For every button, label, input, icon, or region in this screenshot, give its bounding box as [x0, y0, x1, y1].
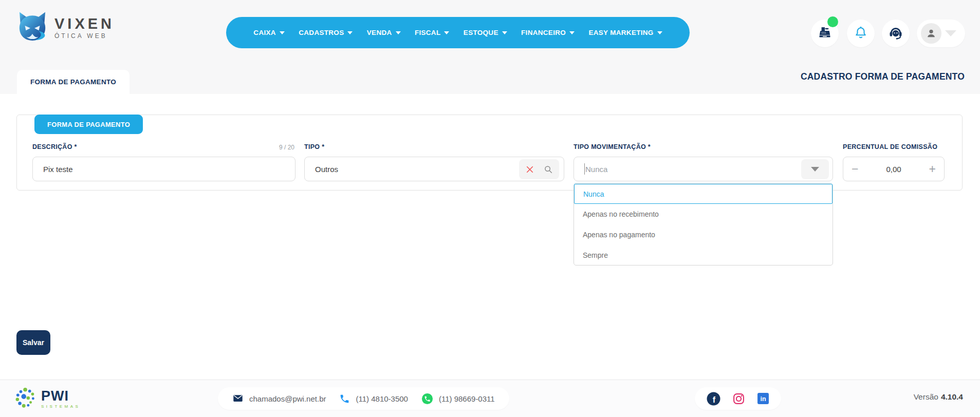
facebook-icon: f [707, 392, 720, 406]
chevron-down-icon [945, 30, 956, 36]
pwi-brand-name: PWI [41, 389, 80, 403]
svg-text:f: f [713, 395, 716, 404]
nav-item-cadastros[interactable]: CADASTROS [299, 29, 353, 36]
tab-forma-de-pagamento[interactable]: FORMA DE PAGAMENTO [17, 70, 130, 94]
tipo-movimentacao-label: TIPO MOVIMENTAÇÃO * [574, 143, 833, 150]
save-button[interactable]: Salvar [16, 330, 50, 355]
support-button[interactable] [882, 20, 910, 47]
nav-label: FINANCEIRO [521, 29, 566, 36]
field-tipo: TIPO * [304, 143, 564, 181]
chevron-down-icon [657, 31, 662, 34]
dropdown-option-nunca[interactable]: Nunca [574, 184, 833, 204]
pwi-logo: PWI SISTEMAS [15, 387, 80, 411]
descricao-input[interactable] [33, 165, 227, 174]
field-tipo-movimentacao: TIPO MOVIMENTAÇÃO * Nunca [574, 143, 833, 181]
header: VIXEN ÓTICA WEB CAIXA CADASTROS VENDA FI… [0, 0, 980, 94]
online-status-dot [827, 16, 838, 27]
tipo-tools [519, 159, 559, 179]
fox-icon [15, 11, 49, 44]
payment-form-card: FORMA DE PAGAMENTO DESCRIÇÃO * 9 / 20 TI… [16, 115, 963, 191]
email-link[interactable]: chamados@pwi.net.br [232, 393, 326, 404]
increment-button[interactable]: + [929, 163, 936, 175]
chevron-down-icon [569, 31, 575, 34]
phone-icon [339, 393, 350, 404]
nav-label: CADASTROS [299, 29, 344, 36]
phone-text: (11) 4810-3500 [356, 394, 408, 403]
social-bar: f in [695, 387, 781, 410]
nav-label: ESTOQUE [464, 29, 498, 36]
nav-item-fiscal[interactable]: FISCAL [415, 29, 450, 36]
cash-register-icon [818, 25, 832, 42]
chevron-down-icon [502, 31, 507, 34]
instagram-button[interactable] [732, 392, 745, 405]
brand-name: VIXEN [54, 16, 115, 31]
clear-button[interactable] [522, 162, 538, 177]
email-text: chamados@pwi.net.br [249, 394, 326, 403]
envelope-icon [232, 393, 244, 404]
vixen-logo: VIXEN ÓTICA WEB [15, 11, 115, 44]
avatar [921, 23, 941, 44]
decrement-button[interactable]: − [852, 163, 858, 175]
main-content: FORMA DE PAGAMENTO DESCRIÇÃO * 9 / 20 TI… [0, 94, 980, 380]
nav-label: EASY MARKETING [588, 29, 653, 36]
nav-item-financeiro[interactable]: FINANCEIRO [521, 29, 575, 36]
main-nav: CAIXA CADASTROS VENDA FISCAL ESTOQUE FIN… [226, 17, 690, 48]
dropdown-option-apenas-recebimento[interactable]: Apenas no recebimento [574, 204, 833, 224]
contact-bar: chamados@pwi.net.br (11) 4810-3500 (11) … [218, 387, 509, 410]
tipo-movimentacao-value: Nunca [585, 165, 607, 174]
nav-label: CAIXA [253, 29, 276, 36]
dropdown-arrow-icon [811, 167, 819, 172]
nav-item-estoque[interactable]: ESTOQUE [464, 29, 507, 36]
bell-icon [854, 25, 868, 42]
tab-label: FORMA DE PAGAMENTO [30, 78, 116, 86]
version-number: 4.10.4 [941, 392, 963, 401]
char-counter: 9 / 20 [279, 144, 294, 151]
app-version: Versão4.10.4 [914, 392, 963, 402]
user-menu-button[interactable] [917, 20, 965, 47]
facebook-button[interactable]: f [707, 392, 720, 406]
phone-link[interactable]: (11) 4810-3500 [339, 393, 408, 404]
pwi-brand-tagline: SISTEMAS [41, 404, 80, 409]
text-cursor [584, 163, 585, 175]
tipo-label: TIPO * [304, 143, 564, 150]
pwi-dots-icon [15, 387, 37, 411]
notifications-button[interactable] [847, 20, 875, 47]
search-icon [543, 164, 553, 175]
form-legend-label: FORMA DE PAGAMENTO [47, 121, 130, 128]
instagram-icon [732, 392, 745, 405]
dropdown-option-apenas-pagamento[interactable]: Apenas no pagamento [574, 224, 833, 245]
chevron-down-icon [347, 31, 353, 34]
nav-label: VENDA [367, 29, 392, 36]
percentual-value: 0,00 [886, 165, 901, 174]
dropdown-option-sempre[interactable]: Sempre [574, 245, 833, 266]
whatsapp-icon [421, 393, 433, 405]
nav-item-venda[interactable]: VENDA [367, 29, 401, 36]
nav-label: FISCAL [415, 29, 441, 36]
chevron-down-icon [396, 31, 401, 34]
nav-item-caixa[interactable]: CAIXA [253, 29, 285, 36]
version-label: Versão [914, 392, 938, 401]
search-button[interactable] [541, 162, 556, 177]
svg-text:in: in [760, 395, 766, 403]
whatsapp-link[interactable]: (11) 98669-0311 [421, 393, 495, 405]
footer: PWI SISTEMAS chamados@pwi.net.br (11) 48… [0, 380, 980, 417]
dropdown-toggle-button[interactable] [801, 159, 829, 179]
linkedin-button[interactable]: in [757, 392, 769, 405]
percentual-stepper: − 0,00 + [843, 157, 945, 181]
field-descricao: DESCRIÇÃO * 9 / 20 [32, 143, 295, 181]
whatsapp-text: (11) 98669-0311 [439, 394, 495, 403]
tipo-movimentacao-dropdown: Nunca Apenas no recebimento Apenas no pa… [574, 183, 833, 266]
brand-tagline: ÓTICA WEB [54, 32, 115, 40]
linkedin-icon: in [757, 392, 769, 405]
tipo-movimentacao-input[interactable]: Nunca [574, 157, 833, 181]
clear-x-icon [525, 165, 534, 174]
percentual-label: PERCENTUAL DE COMISSÃO [843, 143, 945, 150]
chevron-down-icon [280, 31, 285, 34]
headset-icon [888, 25, 903, 42]
field-percentual-comissao: PERCENTUAL DE COMISSÃO − 0,00 + [843, 143, 945, 181]
descricao-label: DESCRIÇÃO * [32, 143, 295, 150]
chevron-down-icon [444, 31, 449, 34]
nav-item-easy-marketing[interactable]: EASY MARKETING [588, 29, 662, 36]
tipo-input[interactable] [305, 165, 496, 174]
form-legend-badge: FORMA DE PAGAMENTO [34, 115, 143, 134]
